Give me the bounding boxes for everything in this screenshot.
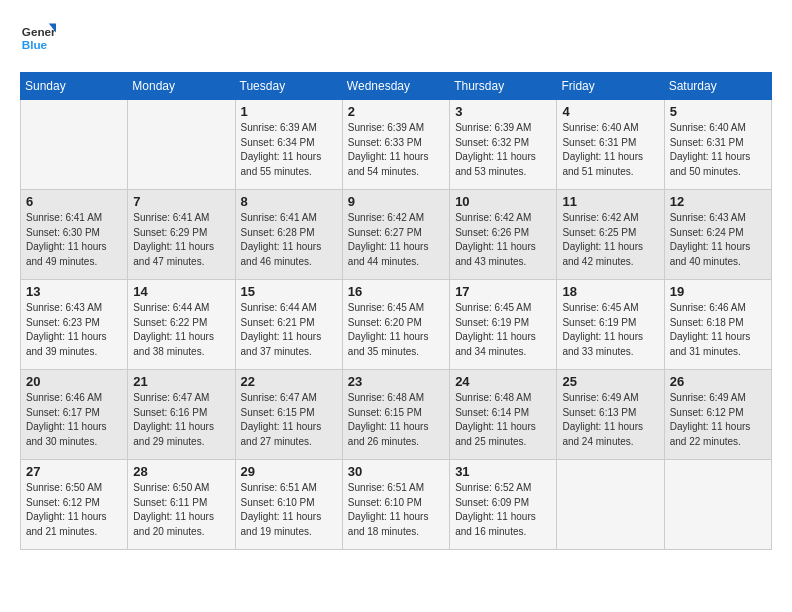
day-info: Sunrise: 6:42 AMSunset: 6:26 PMDaylight:… [455,211,551,269]
day-info: Sunrise: 6:48 AMSunset: 6:15 PMDaylight:… [348,391,444,449]
calendar-week-2: 6Sunrise: 6:41 AMSunset: 6:30 PMDaylight… [21,190,772,280]
day-number: 7 [133,194,229,209]
calendar-cell: 12Sunrise: 6:43 AMSunset: 6:24 PMDayligh… [664,190,771,280]
day-number: 13 [26,284,122,299]
calendar-cell: 5Sunrise: 6:40 AMSunset: 6:31 PMDaylight… [664,100,771,190]
calendar-week-1: 1Sunrise: 6:39 AMSunset: 6:34 PMDaylight… [21,100,772,190]
day-info: Sunrise: 6:46 AMSunset: 6:18 PMDaylight:… [670,301,766,359]
svg-text:Blue: Blue [22,38,48,51]
day-info: Sunrise: 6:43 AMSunset: 6:23 PMDaylight:… [26,301,122,359]
calendar-cell: 10Sunrise: 6:42 AMSunset: 6:26 PMDayligh… [450,190,557,280]
day-number: 27 [26,464,122,479]
day-number: 21 [133,374,229,389]
logo-icon: General Blue [20,20,56,56]
calendar-cell: 13Sunrise: 6:43 AMSunset: 6:23 PMDayligh… [21,280,128,370]
calendar-cell [557,460,664,550]
day-info: Sunrise: 6:42 AMSunset: 6:25 PMDaylight:… [562,211,658,269]
calendar-cell: 1Sunrise: 6:39 AMSunset: 6:34 PMDaylight… [235,100,342,190]
day-info: Sunrise: 6:52 AMSunset: 6:09 PMDaylight:… [455,481,551,539]
day-info: Sunrise: 6:40 AMSunset: 6:31 PMDaylight:… [670,121,766,179]
day-number: 4 [562,104,658,119]
day-number: 2 [348,104,444,119]
calendar-cell: 14Sunrise: 6:44 AMSunset: 6:22 PMDayligh… [128,280,235,370]
svg-text:General: General [22,25,56,38]
day-info: Sunrise: 6:40 AMSunset: 6:31 PMDaylight:… [562,121,658,179]
calendar-week-3: 13Sunrise: 6:43 AMSunset: 6:23 PMDayligh… [21,280,772,370]
calendar-cell: 20Sunrise: 6:46 AMSunset: 6:17 PMDayligh… [21,370,128,460]
calendar-cell: 23Sunrise: 6:48 AMSunset: 6:15 PMDayligh… [342,370,449,460]
day-number: 25 [562,374,658,389]
weekday-header-friday: Friday [557,73,664,100]
day-number: 28 [133,464,229,479]
calendar-cell: 19Sunrise: 6:46 AMSunset: 6:18 PMDayligh… [664,280,771,370]
calendar-cell: 21Sunrise: 6:47 AMSunset: 6:16 PMDayligh… [128,370,235,460]
day-number: 17 [455,284,551,299]
day-info: Sunrise: 6:50 AMSunset: 6:11 PMDaylight:… [133,481,229,539]
day-number: 24 [455,374,551,389]
calendar-cell: 4Sunrise: 6:40 AMSunset: 6:31 PMDaylight… [557,100,664,190]
weekday-header-tuesday: Tuesday [235,73,342,100]
day-number: 6 [26,194,122,209]
day-info: Sunrise: 6:43 AMSunset: 6:24 PMDaylight:… [670,211,766,269]
calendar-table: SundayMondayTuesdayWednesdayThursdayFrid… [20,72,772,550]
day-info: Sunrise: 6:41 AMSunset: 6:28 PMDaylight:… [241,211,337,269]
calendar-cell: 22Sunrise: 6:47 AMSunset: 6:15 PMDayligh… [235,370,342,460]
day-number: 5 [670,104,766,119]
day-number: 23 [348,374,444,389]
calendar-cell [664,460,771,550]
day-number: 20 [26,374,122,389]
day-info: Sunrise: 6:49 AMSunset: 6:12 PMDaylight:… [670,391,766,449]
day-number: 9 [348,194,444,209]
calendar-cell: 6Sunrise: 6:41 AMSunset: 6:30 PMDaylight… [21,190,128,280]
calendar-cell [128,100,235,190]
weekday-header-monday: Monday [128,73,235,100]
calendar-cell: 9Sunrise: 6:42 AMSunset: 6:27 PMDaylight… [342,190,449,280]
day-number: 22 [241,374,337,389]
calendar-cell: 31Sunrise: 6:52 AMSunset: 6:09 PMDayligh… [450,460,557,550]
day-info: Sunrise: 6:44 AMSunset: 6:21 PMDaylight:… [241,301,337,359]
page-header: General Blue [20,20,772,56]
calendar-cell: 11Sunrise: 6:42 AMSunset: 6:25 PMDayligh… [557,190,664,280]
day-info: Sunrise: 6:45 AMSunset: 6:20 PMDaylight:… [348,301,444,359]
day-number: 30 [348,464,444,479]
day-info: Sunrise: 6:47 AMSunset: 6:16 PMDaylight:… [133,391,229,449]
day-info: Sunrise: 6:39 AMSunset: 6:33 PMDaylight:… [348,121,444,179]
day-info: Sunrise: 6:39 AMSunset: 6:32 PMDaylight:… [455,121,551,179]
day-number: 11 [562,194,658,209]
calendar-cell: 17Sunrise: 6:45 AMSunset: 6:19 PMDayligh… [450,280,557,370]
logo: General Blue [20,20,56,56]
day-number: 15 [241,284,337,299]
day-number: 31 [455,464,551,479]
day-number: 26 [670,374,766,389]
day-info: Sunrise: 6:51 AMSunset: 6:10 PMDaylight:… [241,481,337,539]
calendar-cell: 26Sunrise: 6:49 AMSunset: 6:12 PMDayligh… [664,370,771,460]
day-number: 1 [241,104,337,119]
weekday-header-thursday: Thursday [450,73,557,100]
day-info: Sunrise: 6:45 AMSunset: 6:19 PMDaylight:… [562,301,658,359]
day-number: 8 [241,194,337,209]
calendar-cell: 27Sunrise: 6:50 AMSunset: 6:12 PMDayligh… [21,460,128,550]
day-number: 10 [455,194,551,209]
day-info: Sunrise: 6:51 AMSunset: 6:10 PMDaylight:… [348,481,444,539]
day-info: Sunrise: 6:39 AMSunset: 6:34 PMDaylight:… [241,121,337,179]
calendar-cell: 8Sunrise: 6:41 AMSunset: 6:28 PMDaylight… [235,190,342,280]
calendar-week-4: 20Sunrise: 6:46 AMSunset: 6:17 PMDayligh… [21,370,772,460]
day-number: 14 [133,284,229,299]
day-info: Sunrise: 6:42 AMSunset: 6:27 PMDaylight:… [348,211,444,269]
day-info: Sunrise: 6:48 AMSunset: 6:14 PMDaylight:… [455,391,551,449]
calendar-cell: 3Sunrise: 6:39 AMSunset: 6:32 PMDaylight… [450,100,557,190]
calendar-cell: 18Sunrise: 6:45 AMSunset: 6:19 PMDayligh… [557,280,664,370]
day-number: 3 [455,104,551,119]
day-info: Sunrise: 6:47 AMSunset: 6:15 PMDaylight:… [241,391,337,449]
calendar-cell: 24Sunrise: 6:48 AMSunset: 6:14 PMDayligh… [450,370,557,460]
day-info: Sunrise: 6:46 AMSunset: 6:17 PMDaylight:… [26,391,122,449]
day-info: Sunrise: 6:41 AMSunset: 6:30 PMDaylight:… [26,211,122,269]
calendar-cell: 28Sunrise: 6:50 AMSunset: 6:11 PMDayligh… [128,460,235,550]
calendar-cell: 25Sunrise: 6:49 AMSunset: 6:13 PMDayligh… [557,370,664,460]
weekday-header-row: SundayMondayTuesdayWednesdayThursdayFrid… [21,73,772,100]
day-number: 18 [562,284,658,299]
weekday-header-saturday: Saturday [664,73,771,100]
calendar-cell: 30Sunrise: 6:51 AMSunset: 6:10 PMDayligh… [342,460,449,550]
weekday-header-wednesday: Wednesday [342,73,449,100]
day-number: 29 [241,464,337,479]
